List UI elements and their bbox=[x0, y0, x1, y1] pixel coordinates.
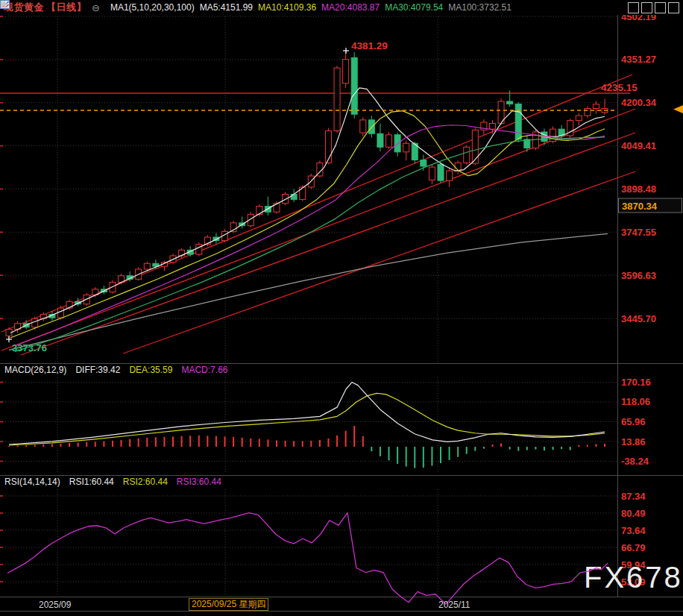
macd-axis-label: 118.06 bbox=[621, 396, 650, 407]
step-forward-button[interactable] bbox=[668, 2, 679, 13]
macd-title: MACD(26,12,9) bbox=[4, 365, 66, 375]
ma100-value: MA100:3732.51 bbox=[448, 2, 512, 13]
trendline bbox=[123, 172, 635, 353]
ma20-line bbox=[15, 125, 605, 346]
price-axis-label: 4049.41 bbox=[621, 140, 656, 151]
macd-dea-line bbox=[9, 393, 605, 445]
symbol-title: 现货黄金 bbox=[4, 1, 44, 14]
rsi1-value: RSI1:60.44 bbox=[69, 477, 114, 487]
price-axis-label: 3898.48 bbox=[621, 183, 656, 195]
watermark: FX678 bbox=[584, 561, 683, 594]
low-price-annotation: 3373.76 bbox=[12, 342, 47, 353]
trendline bbox=[1, 109, 635, 351]
pan-move-button[interactable] bbox=[628, 2, 639, 13]
zoom-vertical-button[interactable] bbox=[641, 2, 652, 13]
price-axis-label: 3747.55 bbox=[621, 227, 656, 238]
macd-diff-line bbox=[9, 383, 605, 444]
trendline bbox=[21, 133, 635, 355]
step-forward-icon bbox=[0, 0, 8, 8]
ma20-value: MA20:4083.87 bbox=[321, 2, 380, 13]
rsi-title: RSI(14,14,14) bbox=[4, 477, 60, 487]
rsi2-value: RSI2:60.44 bbox=[123, 477, 168, 487]
time-label-sep: 2025/09 bbox=[39, 600, 71, 610]
macd-dea-value: DEA:35.59 bbox=[129, 365, 172, 375]
price-axis-label: 3445.70 bbox=[621, 313, 656, 324]
period-label: 【日线】 bbox=[46, 1, 86, 14]
top-bar: 现货黄金 【日线】 ⊖ MA1(5,10,20,30,100) MA5:4151… bbox=[0, 0, 683, 15]
macd-axis-label: 65.96 bbox=[621, 416, 646, 427]
price-axis-label: 4351.27 bbox=[621, 54, 656, 65]
macd-indicator-row: MACD(26,12,9) DIFF:39.42 DEA:35.59 MACD:… bbox=[4, 365, 227, 375]
rsi3-value: RSI3:60.44 bbox=[177, 477, 221, 487]
price-axis-label: 4200.34 bbox=[621, 97, 657, 108]
time-label-nov: 2025/11 bbox=[438, 600, 470, 610]
price-axis-label: 3596.63 bbox=[621, 270, 656, 281]
price-pointer-icon bbox=[673, 105, 683, 113]
selected-date-tag: 2025/09/25 星期四 bbox=[189, 598, 268, 611]
macd-axis-label: 170.16 bbox=[621, 377, 651, 388]
chart-toolbar bbox=[628, 2, 683, 13]
ma-settings-label: MA1(5,10,20,30,100) bbox=[110, 2, 195, 13]
ma30-line bbox=[15, 137, 605, 352]
high-price-annotation: 4381.29 bbox=[351, 40, 388, 51]
chart-canvas[interactable]: 4502.194351.274200.344049.413898.483747.… bbox=[0, 0, 683, 616]
ma10-line bbox=[10, 111, 605, 338]
rsi-indicator-row: RSI(14,14,14) RSI1:60.44 RSI2:60.44 RSI3… bbox=[4, 477, 221, 487]
resistance-price-label: 4235.15 bbox=[601, 82, 638, 93]
rsi-axis-label: 73.64 bbox=[621, 525, 646, 536]
rsi-axis-label: 87.34 bbox=[621, 491, 646, 502]
time-axis: 2025/09 2025/09/25 星期四 2025/11 bbox=[0, 598, 683, 612]
collapse-indicator-icon[interactable]: ⊖ bbox=[92, 3, 100, 13]
candlesticks bbox=[6, 51, 608, 339]
macd-macd-value: MACD:7.66 bbox=[181, 365, 227, 375]
price-tag-value: 3870.34 bbox=[622, 201, 658, 212]
chart-window: 4502.194351.274200.344049.413898.483747.… bbox=[0, 0, 683, 616]
macd-axis-label: 13.86 bbox=[621, 436, 646, 447]
ma5-value: MA5:4151.99 bbox=[200, 2, 253, 13]
macd-diff-value: DIFF:39.42 bbox=[75, 365, 120, 375]
rsi-axis-label: 80.49 bbox=[621, 508, 646, 519]
ma30-value: MA30:4079.54 bbox=[385, 2, 443, 13]
macd-histogram bbox=[9, 426, 605, 468]
zoom-horizontal-button[interactable] bbox=[655, 2, 666, 13]
rsi-line bbox=[7, 513, 608, 605]
ma10-value: MA10:4109.36 bbox=[258, 2, 316, 13]
rsi-axis-label: 66.79 bbox=[621, 542, 646, 553]
macd-axis-label: -38.24 bbox=[621, 456, 649, 467]
